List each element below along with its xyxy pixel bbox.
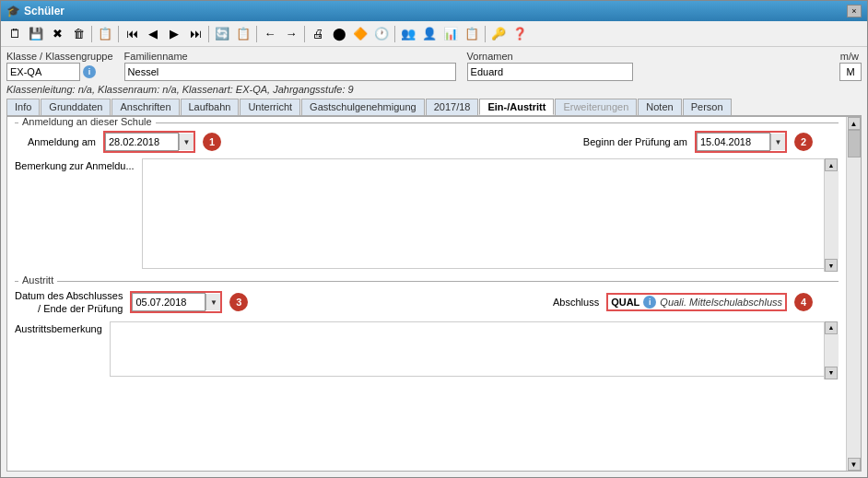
toolbar-undo[interactable]: 🗑 — [68, 24, 88, 44]
window-icon: 🎓 — [6, 5, 20, 17]
tab-201718[interactable]: 2017/18 — [426, 99, 479, 115]
bemerkung-textarea-wrap: ▲ ▼ — [142, 158, 839, 272]
toolbar-copy[interactable]: 📋 — [95, 24, 115, 44]
toolbar-new[interactable]: 🗒 — [5, 24, 25, 44]
toolbar-clipboard[interactable]: 📋 — [233, 24, 253, 44]
inner-scroll-down[interactable]: ▼ — [825, 259, 838, 272]
klassenleitung-text: Klassenleitung: n/a, Klassenraum: n/a, K… — [6, 82, 354, 99]
anmeldung-am-input[interactable] — [105, 133, 179, 151]
inner-scroll-track — [825, 171, 839, 259]
beginn-label: Beginn der Prüfung am — [583, 136, 687, 147]
abschluss-label: Abschluss — [553, 297, 599, 308]
toolbar-first[interactable]: ⏮ — [122, 24, 142, 44]
austritt-section: Austritt Datum des Abschlusses / Ende de… — [15, 281, 839, 379]
toolbar-sep2 — [118, 26, 119, 42]
close-button[interactable]: × — [847, 5, 862, 17]
toolbar-print[interactable]: 🖨 — [308, 24, 328, 44]
tab-anschriften[interactable]: Anschriften — [111, 99, 179, 115]
abschluss-wrap: QUAL i Quali. Mittelschulabschluss — [606, 293, 787, 311]
tab-noten[interactable]: Noten — [638, 99, 681, 115]
inner-scroll-down2[interactable]: ▼ — [825, 367, 838, 379]
toolbar-warning[interactable]: 🔶 — [350, 24, 370, 44]
scroll-down[interactable]: ▼ — [848, 458, 861, 471]
famname-input[interactable] — [124, 63, 456, 81]
tabs: InfoGrunddatenAnschriftenLaufbahnUnterri… — [6, 99, 862, 116]
toolbar-next[interactable]: ▶ — [164, 24, 184, 44]
toolbar-refresh[interactable]: 🔄 — [212, 24, 232, 44]
klasse-input[interactable] — [6, 63, 80, 81]
toolbar-dot[interactable]: ⬤ — [329, 24, 349, 44]
mw-label: m/w — [839, 51, 862, 62]
toolbar-sep3 — [208, 26, 209, 42]
datum-input-wrap: ▼ — [130, 291, 222, 313]
klasse-info-icon[interactable]: i — [83, 65, 96, 78]
vorname-input[interactable] — [467, 63, 633, 81]
beginn-input[interactable] — [697, 133, 770, 151]
title-bar-left: 🎓 Schüler — [6, 5, 65, 17]
toolbar-clock[interactable]: 🕐 — [371, 24, 392, 44]
tab-unterricht[interactable]: Unterricht — [240, 99, 300, 115]
toolbar-delete[interactable]: ✖ — [47, 24, 67, 44]
toolbar-sep1 — [91, 26, 92, 42]
tab-einaustritt[interactable]: Ein-/Austritt — [479, 99, 554, 115]
anmeldung-am-label: Anmeldung am — [15, 136, 96, 147]
toolbar-forward[interactable]: → — [281, 24, 301, 44]
tab-grunddaten[interactable]: Grunddaten — [41, 99, 111, 115]
scroll-thumb[interactable] — [848, 130, 861, 157]
austrittsbemerkung-textarea[interactable] — [110, 321, 839, 377]
bemerkung-textarea[interactable] — [142, 158, 839, 269]
title-bar: 🎓 Schüler × — [1, 1, 867, 21]
scroll-up[interactable]: ▲ — [848, 117, 861, 130]
toolbar-prev[interactable]: ◀ — [143, 24, 163, 44]
klasse-group: Klasse / Klassengruppe i — [6, 51, 113, 81]
tab-laufbahn[interactable]: Laufbahn — [181, 99, 240, 115]
inner-scrollbar: ▲ ▼ — [824, 158, 839, 272]
anmeldung-section-title: Anmeldung an dieser Schule — [18, 117, 156, 127]
klassenleitung-row: Klassenleitung: n/a, Klassenraum: n/a, K… — [1, 83, 867, 99]
austrittsbemerkung-row: Austrittsbemerkung ▲ ▼ — [15, 321, 839, 379]
tabs-container: InfoGrunddatenAnschriftenLaufbahnUnterri… — [1, 99, 867, 116]
famname-label: Familienname — [124, 51, 456, 62]
badge-2: 2 — [794, 133, 813, 151]
datum-input[interactable] — [132, 293, 205, 311]
toolbar-user[interactable]: 👤 — [419, 24, 440, 44]
tab-info[interactable]: Info — [6, 99, 40, 115]
scroll-track[interactable] — [847, 130, 861, 458]
bemerkung-row: Bemerkung zur Anmeldu... ▲ ▼ — [15, 158, 839, 272]
toolbar-sep5 — [304, 26, 305, 42]
toolbar-sep6 — [394, 26, 395, 42]
toolbar-users[interactable]: 👥 — [398, 24, 418, 44]
toolbar-key[interactable]: 🔑 — [488, 24, 509, 44]
austritt-section-title: Austritt — [18, 274, 57, 286]
vorname-label: Vornamen — [467, 51, 633, 62]
datum-dropdown[interactable]: ▼ — [205, 294, 220, 310]
beginn-dropdown[interactable]: ▼ — [770, 134, 785, 150]
anmeldung-am-dropdown[interactable]: ▼ — [179, 134, 194, 150]
austritt-section-border: Austritt — [15, 281, 839, 282]
scrollbar-right: ▲ ▼ — [846, 117, 861, 471]
badge-4: 4 — [794, 293, 813, 311]
main-window: 🎓 Schüler × 🗒 💾 ✖ 🗑 📋 ⏮ ◀ ▶ ⏭ 🔄 📋 ← → 🖨 … — [0, 0, 868, 478]
toolbar-back[interactable]: ← — [260, 24, 280, 44]
toolbar-sep7 — [485, 26, 486, 42]
abschluss-value: QUAL — [611, 297, 639, 308]
inner-scroll-up[interactable]: ▲ — [825, 158, 838, 171]
badge-3: 3 — [229, 293, 248, 311]
anmeldung-section: Anmeldung an dieser Schule Anmeldung am … — [15, 122, 839, 272]
content-panel: ▲ ▼ Anmeldung an dieser Schule Anmeldung… — [6, 116, 862, 472]
toolbar-sep4 — [256, 26, 257, 42]
inner-scroll-up2[interactable]: ▲ — [825, 321, 838, 334]
toolbar-save[interactable]: 💾 — [26, 24, 46, 44]
klasse-label: Klasse / Klassengruppe — [6, 51, 113, 62]
mw-input[interactable] — [839, 63, 862, 81]
tab-person[interactable]: Person — [683, 99, 732, 115]
toolbar-doc[interactable]: 📋 — [462, 24, 482, 44]
tab-gastschulgenehmigung[interactable]: Gastschulgenehmigung — [301, 99, 425, 115]
toolbar-last[interactable]: ⏭ — [185, 24, 205, 44]
abschluss-info-icon[interactable]: i — [643, 296, 656, 309]
toolbar-help[interactable]: ❓ — [510, 24, 530, 44]
toolbar-chart[interactable]: 📊 — [440, 24, 461, 44]
beginn-input-wrap: ▼ — [695, 131, 787, 153]
tab-erweiterungen: Erweiterungen — [555, 99, 637, 115]
inner-scrollbar2: ▲ ▼ — [824, 321, 839, 379]
